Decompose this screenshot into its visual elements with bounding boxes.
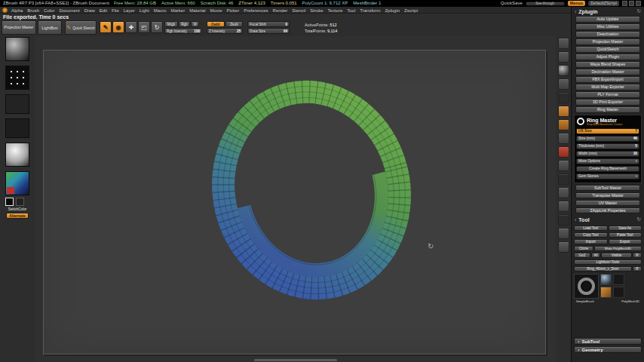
lightbox-tools-button[interactable]: Lightbox>Tools — [574, 259, 642, 265]
current-tool-name[interactable]: Ring_46mm_x_5mm — [574, 266, 632, 272]
canvas-area[interactable]: ↻ — [35, 36, 556, 362]
move-mode-button[interactable]: ✚ — [125, 21, 137, 33]
us-size-slider[interactable]: US Size 7 — [576, 128, 639, 134]
brush-thumbnail[interactable] — [5, 37, 29, 61]
copy-tool-button[interactable]: Copy Tool — [574, 232, 608, 238]
m-button[interactable]: M — [191, 21, 199, 27]
main-color-swatch[interactable] — [5, 198, 14, 206]
zplugin-item[interactable]: Decimation Master — [575, 69, 640, 75]
draw-size-slider[interactable]: Draw Size 64 — [247, 28, 290, 34]
projection-master-button[interactable]: Projection Master — [2, 20, 36, 35]
lsym-icon[interactable] — [558, 228, 569, 239]
size-mm-slider[interactable]: Size (mm) 46 — [576, 136, 639, 142]
zplugin-item-ring-master[interactable]: Ring Master — [575, 106, 640, 113]
subtool-section-bar[interactable]: ▾ SubTool — [574, 338, 642, 345]
quicksave-button[interactable]: QuickSave — [501, 0, 523, 7]
zadd-button[interactable]: Zadd — [207, 21, 225, 27]
local-icon[interactable] — [558, 214, 569, 225]
scale-mode-button[interactable]: ◰ — [138, 21, 150, 33]
rgb-button[interactable]: Rgb — [179, 21, 190, 27]
menu-item[interactable]: Stroke — [310, 8, 323, 13]
red-swatch[interactable] — [7, 187, 14, 194]
menu-item[interactable]: Document — [59, 8, 79, 13]
zplugin-item[interactable]: Deactivation — [575, 31, 640, 38]
menu-item[interactable]: Edit — [100, 8, 107, 13]
zplugin-item[interactable]: SubTool Master — [575, 185, 640, 192]
menu-item[interactable]: File — [112, 8, 119, 13]
actual-size-icon[interactable] — [558, 78, 569, 90]
edit-mode-button[interactable]: ✎ — [100, 21, 112, 33]
menu-item[interactable]: Zscript — [404, 8, 418, 13]
z-intensity-slider[interactable]: Z Intensity 25 — [207, 28, 243, 34]
solo-icon[interactable] — [558, 160, 569, 171]
load-tool-button[interactable]: Load Tool — [574, 225, 608, 232]
color-picker[interactable] — [5, 171, 29, 195]
quick-sketch-button[interactable]: ✎ Quick Sketch — [65, 20, 97, 35]
menu-item[interactable]: Alpha — [11, 8, 23, 13]
zplugin-item[interactable]: Multi Map Exporter — [575, 84, 640, 90]
document-viewport[interactable]: ↻ — [43, 50, 546, 354]
polyf-icon[interactable] — [558, 201, 569, 212]
goz-button[interactable]: GoZ — [574, 253, 590, 259]
zoom-icon[interactable] — [558, 65, 569, 76]
menus-toggle[interactable]: Menus — [568, 1, 585, 6]
menu-item[interactable]: Zplugin — [385, 8, 400, 13]
lightbox-button[interactable]: LightBox — [38, 20, 62, 35]
zplugin-item[interactable]: PLY Format — [575, 91, 640, 98]
scroll-icon[interactable] — [558, 51, 569, 63]
recent-tool-slot[interactable] — [613, 287, 624, 298]
zplugin-item[interactable]: Auto Update — [575, 16, 640, 23]
secondary-color-swatch[interactable] — [16, 198, 24, 206]
import-button[interactable]: Import — [574, 239, 608, 245]
zplugin-item[interactable]: 3D Print Exporter — [575, 99, 640, 106]
paste-tool-button[interactable]: Paste Tool — [609, 232, 642, 238]
focal-shift-slider[interactable]: Focal Shift 0 — [247, 21, 290, 27]
current-tool-thumbnail[interactable] — [574, 274, 599, 299]
transp-icon[interactable] — [558, 146, 569, 158]
material-thumbnail[interactable] — [5, 143, 29, 167]
all-button[interactable]: All — [591, 253, 600, 259]
recent-tool-simplebrush[interactable] — [600, 274, 612, 285]
zplugin-item[interactable]: Misc Utilities — [575, 23, 640, 30]
texture-thumbnail[interactable] — [5, 118, 29, 138]
menu-item[interactable]: Draw — [84, 8, 95, 13]
zplugin-item[interactable]: Adjust Plugin — [575, 54, 640, 60]
menu-item[interactable]: Texture — [328, 8, 343, 13]
more-options-button[interactable]: More Options ▾ — [576, 158, 639, 164]
tool-r-button[interactable]: R — [633, 266, 642, 272]
thickness-mm-slider[interactable]: Thickness (mm) 5 — [576, 143, 639, 149]
minimize-button[interactable] — [622, 1, 627, 6]
make-polymesh3d-button[interactable]: Make PolyMesh3D — [594, 246, 642, 252]
menu-item[interactable]: Movie — [210, 8, 222, 13]
see-through-slider[interactable]: See-through — [526, 2, 565, 6]
bpr-icon[interactable] — [558, 38, 569, 49]
zplugin-item[interactable]: Projection Master — [575, 38, 640, 45]
xpose-icon[interactable] — [558, 173, 569, 185]
alpha-thumbnail[interactable] — [5, 94, 29, 114]
zplugin-item[interactable]: UV Master — [575, 200, 640, 207]
zplugin-item[interactable]: FBX ExportImport — [575, 76, 640, 83]
zsub-button[interactable]: Zsub — [225, 21, 244, 27]
r-button[interactable]: R — [633, 253, 642, 259]
zplugin-item[interactable]: Maya Blend Shapes — [575, 61, 640, 68]
menu-item[interactable]: Light — [140, 8, 149, 13]
clone-button[interactable]: Clone — [574, 246, 593, 252]
geometry-section-bar[interactable]: ▾ Geometry — [574, 346, 642, 353]
menu-item[interactable]: Render — [273, 8, 288, 13]
refresh-icon[interactable]: ↻ — [636, 8, 641, 14]
zplugin-item[interactable]: Transpose Master — [575, 192, 640, 199]
chevron-left-icon[interactable]: ‹ — [575, 9, 576, 14]
rgb-intensity-slider[interactable]: Rgb Intensity 100 — [164, 28, 202, 34]
zplugin-item[interactable]: ZAppLink Properties — [575, 207, 640, 214]
zplugin-item[interactable]: QuickSketch — [575, 46, 640, 53]
save-as-button[interactable]: Save As — [609, 225, 642, 232]
default-zscript-button[interactable]: DefaultZScript — [588, 1, 619, 6]
create-ring-basemesh-button[interactable]: Create Ring Basemesh — [576, 166, 639, 172]
floor-icon[interactable] — [558, 119, 569, 130]
gem-stones-button[interactable]: Gem Stones ▾ — [576, 173, 639, 179]
menu-item[interactable]: Preferences — [244, 8, 268, 13]
menu-item[interactable]: Tool — [347, 8, 355, 13]
draw-mode-button[interactable]: ◉ — [112, 21, 124, 33]
width-mm-slider[interactable]: Width (mm) 10 — [576, 151, 639, 157]
menu-item[interactable]: Brush — [27, 8, 39, 13]
